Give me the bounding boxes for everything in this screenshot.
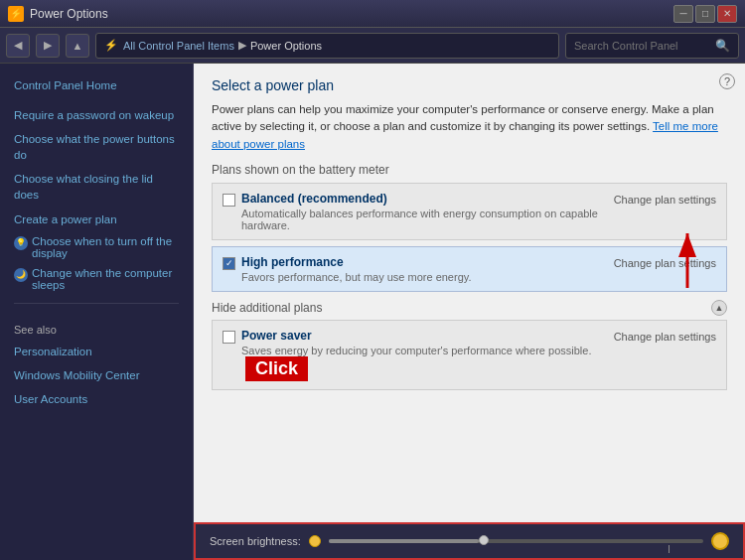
sidebar-item-create-plan[interactable]: Create a power plan <box>0 208 193 231</box>
brightness-icon-high <box>711 532 729 550</box>
intro-body: Power plans can help you maximize your c… <box>212 103 714 132</box>
brightness-bar: Screen brightness: <box>194 522 745 560</box>
high-performance-plan-desc: Favors performance, but may use more ene… <box>241 271 472 283</box>
balanced-plan-left: Balanced (recommended) Automatically bal… <box>223 192 614 231</box>
page-title: Select a power plan <box>212 77 727 93</box>
breadcrumb-icon: ⚡ <box>104 39 118 52</box>
high-performance-checkbox[interactable]: ✓ <box>223 257 235 270</box>
forward-button[interactable]: ▶ <box>36 34 60 58</box>
balanced-plan-desc: Automatically balances performance with … <box>241 208 614 231</box>
sidebar-item-user-accounts[interactable]: User Accounts <box>0 387 193 411</box>
sidebar: Control Panel Home Require a password on… <box>0 64 194 560</box>
power-saver-plan-desc: Saves energy by reducing your computer's… <box>241 345 614 381</box>
power-saver-checkbox[interactable] <box>223 331 235 344</box>
balanced-plan-name: Balanced (recommended) <box>241 192 614 206</box>
sidebar-item-computer-sleeps[interactable]: 🌙 Change when the computer sleeps <box>0 263 193 295</box>
brightness-icon-low <box>309 535 321 547</box>
click-label[interactable]: Click <box>245 356 308 381</box>
power-saver-plan-left: Power saver Saves energy by reducing you… <box>223 329 614 381</box>
content-area: ? Select a power plan Power plans can he… <box>194 64 745 560</box>
brightness-label: Screen brightness: <box>210 535 301 547</box>
search-box[interactable]: 🔍 <box>565 33 739 59</box>
breadcrumb-all-items[interactable]: All Control Panel Items <box>123 40 234 52</box>
sidebar-item-personalization[interactable]: Personalization <box>0 340 193 363</box>
close-button[interactable]: ✕ <box>717 5 737 23</box>
high-performance-plan-left: ✓ High performance Favors performance, b… <box>223 255 472 283</box>
up-button[interactable]: ▲ <box>66 34 89 58</box>
window-title: Power Options <box>30 7 673 21</box>
back-button[interactable]: ◀ <box>6 34 30 58</box>
power-saver-plan-card: Power saver Saves energy by reducing you… <box>212 320 727 390</box>
search-input[interactable] <box>574 40 715 52</box>
hide-plans-section: Hide additional plans ▲ <box>212 300 727 316</box>
intro-text: Power plans can help you maximize your c… <box>212 101 727 153</box>
power-saver-plan-name: Power saver <box>241 329 614 343</box>
sidebar-item-control-panel-home[interactable]: Control Panel Home <box>0 73 193 97</box>
sidebar-item-turn-off-display[interactable]: 💡 Choose when to turn off the display <box>0 231 193 263</box>
sidebar-divider <box>14 303 179 304</box>
breadcrumb-current: Power Options <box>250 40 322 52</box>
breadcrumb[interactable]: ⚡ All Control Panel Items ▶ Power Option… <box>95 33 559 59</box>
sidebar-item-require-password[interactable]: Require a password on wakeup <box>0 103 193 127</box>
plans-heading: Plans shown on the battery meter <box>212 163 727 177</box>
main-layout: Control Panel Home Require a password on… <box>0 64 745 560</box>
balanced-checkbox[interactable] <box>223 194 235 207</box>
display-icon: 💡 <box>14 236 28 250</box>
hide-plans-label: Hide additional plans <box>212 301 322 315</box>
high-performance-plan-info: High performance Favors performance, but… <box>241 255 472 283</box>
search-icon: 🔍 <box>715 39 730 53</box>
brightness-thumb[interactable] <box>479 535 489 545</box>
app-icon: ⚡ <box>8 6 24 22</box>
power-saver-change-link[interactable]: Change plan settings <box>614 329 716 343</box>
brightness-tick <box>669 545 670 553</box>
collapse-button[interactable]: ▲ <box>711 300 727 316</box>
maximize-button[interactable]: □ <box>695 5 715 23</box>
sleep-icon: 🌙 <box>14 268 28 282</box>
sidebar-item-power-buttons[interactable]: Choose what the power buttons do <box>0 127 193 167</box>
balanced-change-link[interactable]: Change plan settings <box>614 192 716 206</box>
window-controls: ─ □ ✕ <box>673 5 737 23</box>
red-arrow <box>598 213 717 293</box>
power-saver-plan-info: Power saver Saves energy by reducing you… <box>241 329 614 381</box>
see-also-heading: See also <box>0 312 193 340</box>
breadcrumb-separator: ▶ <box>238 39 246 52</box>
balanced-plan-info: Balanced (recommended) Automatically bal… <box>241 192 614 231</box>
power-saver-desc-text: Saves energy by reducing your computer's… <box>241 345 591 356</box>
high-performance-plan-name: High performance <box>241 255 472 269</box>
sidebar-item-windows-mobility[interactable]: Windows Mobility Center <box>0 363 193 387</box>
minimize-button[interactable]: ─ <box>673 5 693 23</box>
sidebar-item-closing-lid[interactable]: Choose what closing the lid does <box>0 167 193 207</box>
title-bar: ⚡ Power Options ─ □ ✕ <box>0 0 745 28</box>
help-icon[interactable]: ? <box>719 73 735 89</box>
brightness-slider[interactable] <box>329 539 703 543</box>
brightness-track <box>329 539 479 543</box>
address-bar: ◀ ▶ ▲ ⚡ All Control Panel Items ▶ Power … <box>0 28 745 64</box>
